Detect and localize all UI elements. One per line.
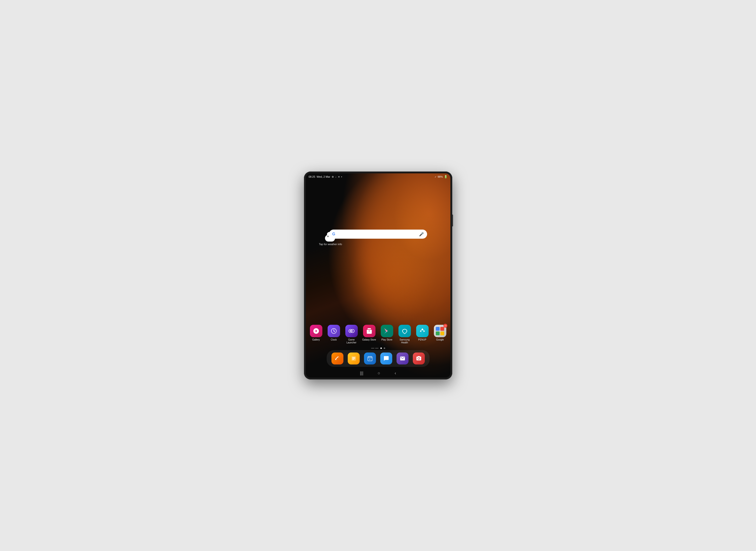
dock: 2: [327, 350, 430, 367]
nav-back-button[interactable]: ‹: [395, 371, 396, 376]
battery-text: 98%: [438, 175, 443, 178]
samsung-health-icon-img: [399, 325, 411, 337]
google-badge: 19: [444, 324, 447, 328]
clock-icon-img: [328, 325, 340, 337]
search-bar[interactable]: G 🎤: [329, 229, 427, 239]
play-store-label: Play Store: [381, 339, 392, 341]
google-label: Google: [436, 339, 444, 341]
tablet-device: 08:25 Wed, 2 Mar ⚙ ↓ ✕ • ✓ 98% 🔋 + Tap f…: [304, 171, 452, 380]
page-dot-inactive[interactable]: [384, 348, 385, 349]
download-icon: ↓: [335, 175, 336, 178]
game-launcher-label: Game Launcher: [344, 339, 359, 344]
app-icon-gallery[interactable]: Gallery: [309, 325, 323, 341]
google-logo: G: [332, 232, 335, 236]
svg-point-4: [352, 331, 352, 331]
settings-icon: ⚙: [332, 175, 334, 178]
penup-label: PENUP: [418, 339, 426, 341]
battery-icon: 🔋: [444, 175, 448, 178]
status-right: ✓ 98% 🔋: [435, 175, 447, 178]
status-bar: 08:25 Wed, 2 Mar ⚙ ↓ ✕ • ✓ 98% 🔋: [306, 173, 450, 180]
nav-home-button[interactable]: ○: [377, 371, 380, 376]
page-line-2: [375, 348, 379, 349]
samsung-health-label: Samsung Health: [398, 339, 412, 344]
svg-point-3: [351, 329, 354, 333]
page-lines-indicator[interactable]: [371, 348, 379, 349]
nav-recents-button[interactable]: |||: [360, 371, 363, 376]
tablet-screen: 08:25 Wed, 2 Mar ⚙ ↓ ✕ • ✓ 98% 🔋 + Tap f…: [306, 173, 450, 378]
app-icon-clock[interactable]: Clock: [327, 325, 341, 341]
search-input[interactable]: [338, 229, 417, 239]
svg-point-5: [352, 331, 353, 332]
status-date: Wed, 2 Mar: [317, 175, 330, 178]
close-icon: ✕: [338, 175, 340, 178]
app-grid: Gallery Clock: [309, 325, 447, 344]
app-icon-samsung-health[interactable]: Samsung Health: [398, 325, 412, 344]
search-bar-container[interactable]: G 🎤: [329, 229, 427, 239]
svg-text:2: 2: [369, 358, 370, 361]
galaxy-store-label: Galaxy Store: [362, 339, 376, 341]
app-icon-galaxy-store[interactable]: Galaxy Store: [362, 325, 376, 341]
play-store-icon-img: [381, 325, 393, 337]
app-icon-play-store[interactable]: Play Store: [380, 325, 394, 341]
nav-bar: ||| ○ ‹: [360, 371, 396, 376]
gallery-icon-img: [310, 325, 322, 337]
game-launcher-icon-img: [345, 325, 358, 337]
status-left: 08:25 Wed, 2 Mar ⚙ ↓ ✕ •: [309, 175, 342, 178]
svg-point-0: [314, 329, 316, 331]
app-icon-game-launcher[interactable]: Game Launcher: [344, 325, 359, 344]
dot-icon: •: [341, 175, 342, 178]
dock-icon-notes[interactable]: [348, 353, 360, 365]
power-button[interactable]: [452, 214, 453, 226]
google-icon-img: 19: [434, 325, 446, 337]
wallpaper: [306, 173, 450, 378]
signal-icon: ✓: [435, 175, 437, 178]
app-icon-penup[interactable]: PENUP: [415, 325, 430, 341]
dock-icon-messages[interactable]: [380, 353, 392, 365]
penup-icon-img: [416, 325, 429, 337]
dock-icon-mail[interactable]: [397, 353, 409, 365]
app-icon-google[interactable]: 19 Google: [433, 325, 447, 341]
status-time: 08:25: [309, 175, 315, 178]
microphone-icon[interactable]: 🎤: [419, 232, 424, 236]
galaxy-store-icon-img: [363, 325, 375, 337]
page-dot-active[interactable]: [380, 348, 382, 349]
page-line-1: [371, 348, 374, 349]
gallery-label: Gallery: [312, 339, 320, 341]
weather-text: Tap for weather info: [319, 242, 342, 246]
dock-icon-penpad[interactable]: [331, 353, 343, 365]
page-indicators: [371, 348, 385, 349]
clock-label: Clock: [331, 339, 337, 341]
dock-icon-calendar[interactable]: 2: [364, 353, 376, 365]
dock-icon-camera[interactable]: [413, 353, 425, 365]
